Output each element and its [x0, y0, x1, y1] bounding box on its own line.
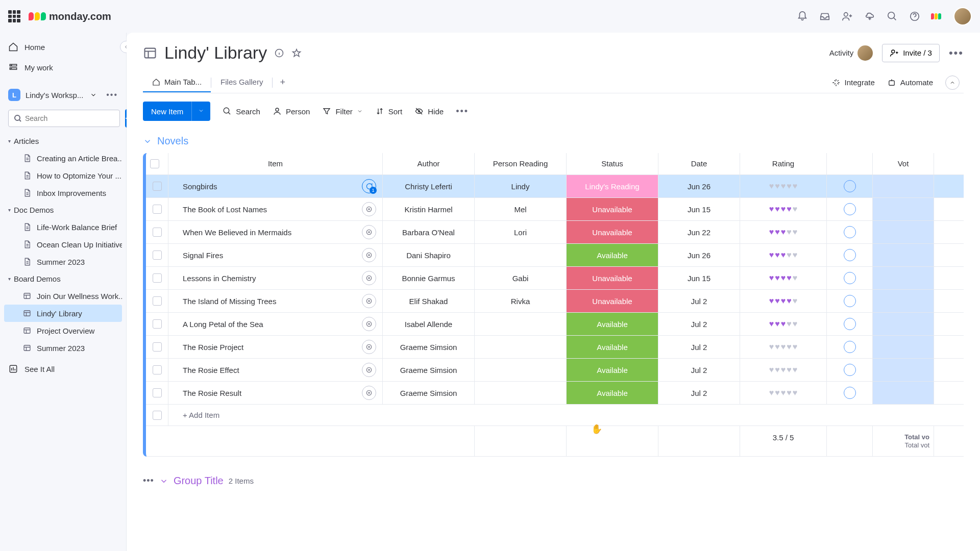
vote-circle-cell[interactable]	[827, 175, 873, 197]
row-checkbox[interactable]	[153, 342, 162, 352]
person-reading-cell[interactable]	[475, 359, 567, 381]
row-checkbox[interactable]	[153, 365, 162, 374]
group-menu-icon[interactable]: •••	[143, 475, 154, 486]
sidebar-item[interactable]: Lindy' Library	[4, 305, 122, 322]
author-cell[interactable]: Elif Shakad	[383, 290, 475, 312]
row-checkbox[interactable]	[153, 296, 162, 306]
item-name-cell[interactable]: A Long Petal of the Sea	[168, 313, 383, 335]
sidebar-folder[interactable]: Articles	[0, 133, 126, 149]
updates-icon[interactable]	[362, 225, 376, 239]
filter-tool[interactable]: Filter	[322, 107, 362, 116]
chevron-down-icon[interactable]	[191, 102, 210, 121]
table-row[interactable]: The Rosie ResultGraeme SimsionAvailableJ…	[146, 382, 964, 405]
apps-marketplace-icon[interactable]	[864, 10, 876, 22]
item-name-cell[interactable]: The Rosie Project	[168, 336, 383, 358]
apps-menu-icon[interactable]	[8, 10, 20, 22]
table-row[interactable]: When We Believed in MermaidsBarbara O'Ne…	[146, 221, 964, 244]
date-cell[interactable]: Jun 26	[658, 244, 740, 266]
column-header[interactable]: Author	[383, 153, 475, 174]
person-reading-cell[interactable]: Lindy	[475, 175, 567, 197]
invite-button[interactable]: Invite / 3	[882, 44, 940, 62]
row-checkbox[interactable]	[153, 182, 162, 191]
table-row[interactable]: The Rosie EffectGraeme SimsionAvailableJ…	[146, 359, 964, 382]
collapse-group-icon[interactable]	[159, 477, 168, 486]
row-checkbox[interactable]	[153, 319, 162, 329]
tab-files-gallery[interactable]: Files Gallery	[211, 72, 272, 92]
search-icon[interactable]	[886, 10, 898, 22]
date-cell[interactable]: Jun 15	[658, 198, 740, 220]
column-header[interactable]: Rating	[740, 153, 827, 174]
item-name-cell[interactable]: The Island of Missing Trees	[168, 290, 383, 312]
status-cell[interactable]: Available	[567, 313, 658, 335]
vote-circle-cell[interactable]	[827, 267, 873, 289]
automate-button[interactable]: Automate	[887, 78, 933, 87]
item-name-cell[interactable]: Signal Fires	[168, 244, 383, 266]
new-item-button[interactable]: New Item	[143, 102, 210, 121]
author-cell[interactable]: Christy Leferti	[383, 175, 475, 197]
collapse-header-button[interactable]	[945, 76, 960, 90]
updates-icon[interactable]: 1	[362, 179, 376, 193]
sidebar-folder[interactable]: Doc Demos	[0, 202, 126, 218]
user-avatar[interactable]	[953, 7, 972, 26]
updates-icon[interactable]	[362, 386, 376, 400]
vote-circle-cell[interactable]	[827, 244, 873, 266]
help-icon[interactable]	[909, 10, 921, 22]
row-checkbox[interactable]	[153, 205, 162, 214]
hide-tool[interactable]: Hide	[414, 107, 444, 116]
board-title[interactable]: Lindy' Library	[164, 43, 267, 63]
column-header[interactable]: Person Reading	[475, 153, 567, 174]
author-cell[interactable]: Isabel Allende	[383, 313, 475, 335]
sidebar-item[interactable]: Inbox Improvements	[4, 184, 122, 202]
item-name-cell[interactable]: The Rosie Result	[168, 382, 383, 404]
inbox-icon[interactable]	[819, 10, 831, 22]
table-row[interactable]: Songbirds1Christy LefertiLindyLindy's Re…	[146, 175, 964, 198]
item-name-cell[interactable]: When We Believed in Mermaids	[168, 221, 383, 243]
add-item-row[interactable]: + Add Item	[168, 405, 964, 426]
updates-icon[interactable]	[362, 340, 376, 354]
vote-circle-cell[interactable]	[827, 359, 873, 381]
sidebar-item[interactable]: Life-Work Balance Brief	[4, 218, 122, 236]
author-cell[interactable]: Graeme Simsion	[383, 336, 475, 358]
rating-cell[interactable]: ♥♥♥♥♥	[740, 244, 827, 266]
collapse-group-icon[interactable]	[143, 137, 152, 146]
search-tool[interactable]: Search	[223, 107, 260, 116]
column-header[interactable]: Date	[658, 153, 740, 174]
person-reading-cell[interactable]: Gabi	[475, 267, 567, 289]
author-cell[interactable]: Kristin Harmel	[383, 198, 475, 220]
item-name-cell[interactable]: Songbirds1	[168, 175, 383, 197]
rating-cell[interactable]: ♥♥♥♥♥	[740, 359, 827, 381]
person-reading-cell[interactable]	[475, 336, 567, 358]
info-icon[interactable]	[274, 48, 284, 58]
board-menu-icon[interactable]: •••	[949, 46, 964, 60]
product-switcher-icon[interactable]	[931, 10, 943, 22]
vote-circle-cell[interactable]	[827, 198, 873, 220]
author-cell[interactable]: Bonnie Garmus	[383, 267, 475, 289]
rating-cell[interactable]: ♥♥♥♥♥	[740, 336, 827, 358]
date-cell[interactable]: Jun 26	[658, 175, 740, 197]
table-row[interactable]: The Island of Missing TreesElif ShakadRi…	[146, 290, 964, 313]
toolbar-more-icon[interactable]: •••	[456, 106, 469, 117]
row-checkbox[interactable]	[153, 273, 162, 283]
vote-circle-cell[interactable]	[827, 290, 873, 312]
table-row[interactable]: A Long Petal of the SeaIsabel AllendeAva…	[146, 313, 964, 336]
author-cell[interactable]: Graeme Simsion	[383, 359, 475, 381]
activity-log[interactable]: Activity	[829, 45, 873, 61]
updates-icon[interactable]	[362, 294, 376, 308]
sidebar-item[interactable]: How to Optomize Your ...	[4, 167, 122, 184]
status-cell[interactable]: Lindy's Reading	[567, 175, 658, 197]
vote-circle-cell[interactable]	[827, 382, 873, 404]
sidebar-search-input[interactable]	[8, 110, 120, 127]
nav-see-all[interactable]: See It All	[0, 359, 126, 379]
date-cell[interactable]: Jul 2	[658, 313, 740, 335]
rating-cell[interactable]: ♥♥♥♥♥	[740, 313, 827, 335]
column-header[interactable]	[827, 153, 873, 174]
status-cell[interactable]: Unavailable	[567, 290, 658, 312]
tab-main-table[interactable]: Main Tab...	[143, 72, 211, 92]
author-cell[interactable]: Barbara O'Neal	[383, 221, 475, 243]
sort-tool[interactable]: Sort	[375, 107, 403, 116]
person-reading-cell[interactable]	[475, 244, 567, 266]
nav-my-work[interactable]: My work	[0, 57, 126, 78]
select-all-checkbox[interactable]	[150, 159, 159, 168]
status-cell[interactable]: Unavailable	[567, 198, 658, 220]
column-header[interactable]: Item	[168, 153, 383, 174]
